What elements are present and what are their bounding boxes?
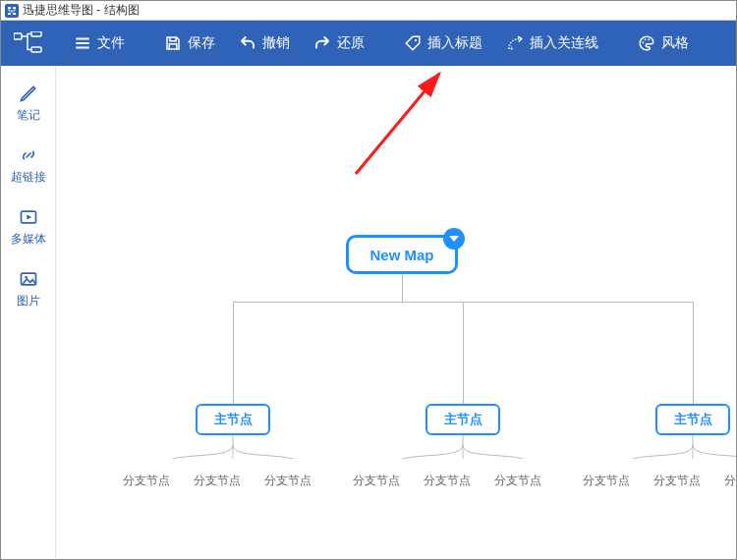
sidebar-label: 图片: [17, 293, 40, 309]
svg-rect-6: [31, 31, 41, 36]
file-button[interactable]: 文件: [66, 30, 133, 56]
sidebar-label: 笔记: [17, 107, 40, 124]
leaf-node[interactable]: 分支节点: [349, 473, 404, 489]
root-node[interactable]: New Map: [346, 235, 458, 274]
svg-rect-3: [8, 13, 11, 15]
connector: [463, 302, 464, 404]
style-button[interactable]: 风格: [630, 30, 697, 56]
tag-icon: [404, 34, 422, 52]
image-icon: [19, 269, 38, 289]
link-icon: [19, 145, 38, 165]
window-title: 迅捷思维导图 - 结构图: [23, 2, 140, 19]
mindmap-canvas[interactable]: New Map 主节点分支节点分支节点分支节点主节点分支节点分支节点分支节点主节…: [56, 66, 736, 559]
toolbar: 文件 保存 撤销 还原 插入标题: [56, 21, 736, 66]
svg-rect-5: [14, 33, 22, 39]
sidebar-item-image[interactable]: 图片: [17, 269, 40, 309]
sidebar-item-note[interactable]: 笔记: [17, 84, 40, 124]
svg-point-11: [415, 39, 417, 41]
leaf-node[interactable]: 分支节点: [650, 473, 705, 489]
svg-point-15: [648, 38, 650, 40]
leaf-node[interactable]: 分支节点: [420, 473, 475, 489]
sidebar-label: 超链接: [11, 169, 46, 186]
sidebar-label: 多媒体: [11, 231, 46, 248]
svg-point-13: [642, 41, 644, 43]
connector: [378, 435, 536, 459]
connector-icon: +: [506, 34, 524, 52]
save-icon: [164, 34, 182, 52]
menu-icon: [74, 34, 91, 52]
connector: [693, 302, 694, 404]
connector: [608, 435, 736, 459]
window-titlebar: 迅捷思维导图 - 结构图: [1, 1, 736, 21]
insert-connector-button[interactable]: + 插入关连线: [498, 30, 606, 56]
leaf-node[interactable]: 分支节点: [190, 473, 245, 489]
main-node[interactable]: 主节点: [425, 404, 500, 435]
svg-point-14: [645, 38, 647, 40]
pencil-icon: [19, 84, 38, 103]
svg-text:+: +: [510, 45, 514, 52]
insert-title-button[interactable]: 插入标题: [396, 30, 490, 56]
play-icon: [19, 207, 38, 227]
connector: [402, 274, 403, 302]
leaf-node[interactable]: 分支节点: [119, 473, 174, 489]
annotation-arrow: [341, 66, 459, 184]
main-node[interactable]: 主节点: [196, 404, 270, 435]
save-button[interactable]: 保存: [156, 30, 223, 56]
sidebar-item-hyperlink[interactable]: 超链接: [11, 145, 46, 186]
connector: [233, 302, 234, 404]
leaf-node[interactable]: 分支节点: [490, 473, 545, 489]
root-dropdown[interactable]: [443, 228, 465, 250]
connector: [148, 435, 306, 459]
svg-line-16: [356, 74, 439, 174]
leaf-node[interactable]: 分支节点: [579, 473, 634, 489]
svg-rect-4: [13, 13, 16, 15]
sidebar-item-multimedia[interactable]: 多媒体: [11, 207, 46, 248]
app-logo: [1, 21, 56, 66]
palette-icon: [638, 34, 655, 52]
redo-icon: [313, 34, 331, 52]
svg-rect-1: [8, 7, 11, 9]
redo-button[interactable]: 还原: [306, 30, 372, 56]
leaf-node[interactable]: 分支节点: [720, 473, 736, 489]
svg-rect-2: [13, 7, 16, 9]
leaf-node[interactable]: 分支节点: [260, 473, 315, 489]
undo-icon: [239, 34, 256, 52]
main-node[interactable]: 主节点: [655, 404, 730, 435]
undo-button[interactable]: 撤销: [231, 30, 298, 56]
svg-rect-7: [31, 47, 41, 52]
app-icon: [5, 4, 19, 18]
